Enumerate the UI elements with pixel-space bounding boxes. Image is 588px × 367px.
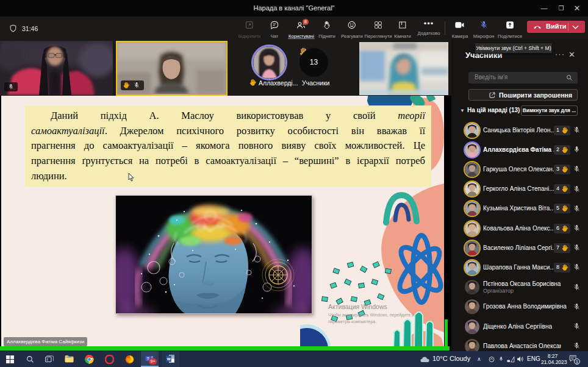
svg-text:W: W	[167, 357, 171, 361]
